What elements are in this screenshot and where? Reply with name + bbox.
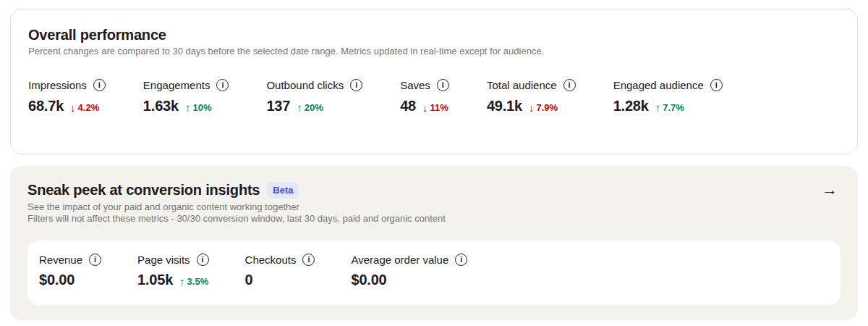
conversion-insights-card: Sneak peek at conversion insights Beta →… — [10, 166, 858, 320]
trend-percent: 7.9% — [536, 102, 558, 113]
metric-label: Checkouts — [245, 254, 297, 266]
trend-arrow-icon: ↑ — [655, 101, 661, 114]
trend-arrow-icon: ↑ — [297, 101, 302, 114]
trend-arrow-icon: ↓ — [70, 101, 76, 114]
metric-label: Average order value — [351, 254, 448, 266]
info-icon[interactable]: i — [455, 254, 467, 266]
conversion-metrics-row: Revenue i $0.00 Page visits i 1.0 — [39, 254, 829, 288]
info-icon[interactable]: i — [89, 254, 101, 266]
metric-change: ↑ 20% — [297, 101, 323, 113]
info-icon[interactable]: i — [710, 79, 723, 91]
trend-percent: 7.7% — [663, 102, 684, 113]
metric-label: Impressions — [28, 79, 87, 91]
conversion-insights-title: Sneak peek at conversion insights — [27, 181, 260, 198]
trend-percent: 4.2% — [78, 102, 100, 113]
overall-performance-subtitle: Percent changes are compared to 30 days … — [28, 46, 840, 57]
conversion-subtitle-line2: Filters will not affect these metrics - … — [27, 213, 841, 225]
info-icon[interactable]: i — [93, 79, 106, 91]
metric-value: 1.63k — [143, 98, 179, 114]
trend-percent: 10% — [192, 102, 211, 113]
conversion-subtitle-line1: See the impact of your paid and organic … — [27, 201, 841, 213]
metric-engagements: Engagements i 1.63k ↑ 10% — [143, 79, 229, 114]
trend-arrow-icon: ↓ — [422, 101, 428, 114]
conversion-metrics-panel: Revenue i $0.00 Page visits i 1.0 — [27, 241, 841, 305]
metric-value: 48 — [400, 98, 416, 114]
metric-label: Saves — [400, 79, 430, 91]
metric-change: ↓ 4.2% — [70, 101, 99, 113]
metric-change: ↑ 3.5% — [179, 275, 208, 287]
metric-value: 1.05k — [137, 272, 173, 288]
metric-value: 49.1k — [487, 98, 522, 114]
metric-value: 137 — [266, 98, 290, 114]
metric-engaged-audience: Engaged audience i 1.28k ↑ 7.7% — [613, 79, 723, 114]
metric-value: 68.7k — [28, 98, 64, 114]
trend-arrow-icon: ↑ — [185, 101, 191, 114]
trend-percent: 20% — [305, 102, 323, 113]
overall-metrics-row: Impressions i 68.7k ↓ 4.2% Engagements i… — [28, 79, 840, 114]
overall-performance-card: Overall performance Percent changes are … — [10, 9, 858, 154]
metric-change: ↑ 7.7% — [655, 101, 684, 113]
trend-percent: 3.5% — [187, 276, 209, 287]
info-icon[interactable]: i — [197, 254, 209, 266]
metric-page-visits: Page visits i 1.05k ↑ 3.5% — [137, 254, 209, 288]
trend-percent: 11% — [430, 102, 448, 113]
metric-value: 1.28k — [613, 98, 649, 114]
beta-badge: Beta — [267, 182, 299, 198]
metric-change: ↑ 10% — [185, 101, 212, 113]
metric-change: ↓ 7.9% — [529, 101, 558, 113]
forward-arrow-icon[interactable]: → — [819, 182, 841, 198]
metric-impressions: Impressions i 68.7k ↓ 4.2% — [28, 79, 106, 114]
metric-label: Total audience — [487, 79, 557, 91]
trend-arrow-icon: ↑ — [179, 275, 185, 288]
metric-total-audience: Total audience i 49.1k ↓ 7.9% — [487, 79, 576, 114]
overall-performance-title: Overall performance — [28, 26, 840, 43]
metric-change: ↓ 11% — [422, 101, 448, 113]
metric-value: $0.00 — [351, 272, 386, 288]
metric-revenue: Revenue i $0.00 — [39, 254, 101, 288]
info-icon[interactable]: i — [216, 79, 229, 91]
metric-checkouts: Checkouts i 0 — [245, 254, 315, 288]
metric-label: Revenue — [39, 254, 82, 266]
metric-value: $0.00 — [39, 272, 75, 288]
metric-average-order-value: Average order value i $0.00 — [351, 254, 467, 288]
metric-outbound-clicks: Outbound clicks i 137 ↑ 20% — [266, 79, 362, 114]
metric-label: Engagements — [143, 79, 210, 91]
info-icon[interactable]: i — [350, 79, 362, 91]
metric-label: Page visits — [137, 254, 190, 266]
trend-arrow-icon: ↓ — [529, 101, 535, 114]
metric-label: Engaged audience — [613, 79, 704, 91]
metric-saves: Saves i 48 ↓ 11% — [400, 79, 449, 114]
info-icon[interactable]: i — [302, 254, 315, 266]
metric-label: Outbound clicks — [266, 79, 344, 91]
info-icon[interactable]: i — [437, 79, 449, 91]
metric-value: 0 — [245, 272, 253, 288]
info-icon[interactable]: i — [563, 79, 576, 91]
